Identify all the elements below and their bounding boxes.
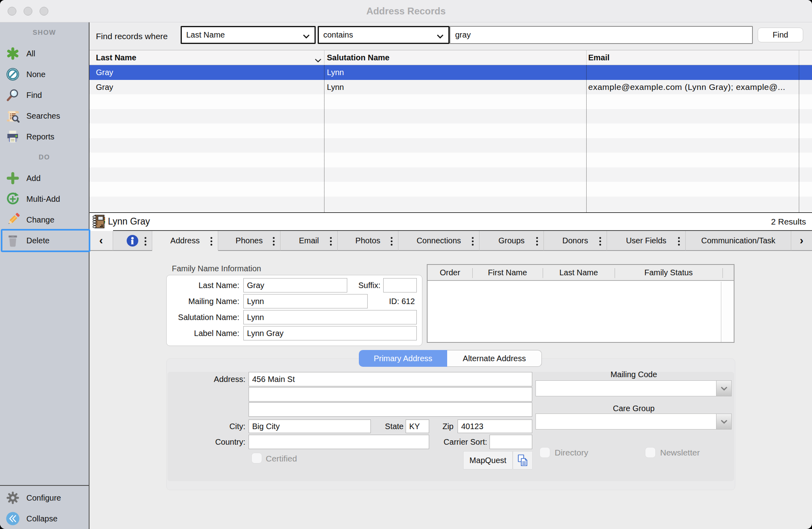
sidebar-footer-divider <box>0 485 89 486</box>
last-name-input[interactable] <box>243 278 347 292</box>
window-title: Address Records <box>0 0 812 22</box>
tab-menu-dots-icon[interactable] <box>472 237 474 246</box>
address-line1-input[interactable] <box>249 372 532 386</box>
tab-menu-dots-icon[interactable] <box>678 237 680 246</box>
directory-checkbox[interactable] <box>539 447 550 458</box>
tab-info[interactable] <box>113 231 152 251</box>
mapquest-button[interactable]: MapQuest <box>463 451 513 469</box>
tab-menu-dots-icon[interactable] <box>144 237 147 246</box>
suffix-input[interactable] <box>383 278 417 292</box>
tab-menu-dots-icon[interactable] <box>536 237 538 246</box>
alternate-address-tab[interactable]: Alternate Address <box>447 350 542 367</box>
members-column-order[interactable]: Order <box>428 265 472 280</box>
column-gridline <box>799 65 799 212</box>
address-line2-input[interactable] <box>249 387 532 402</box>
mailing-name-input[interactable] <box>243 294 368 308</box>
sidebar-item-none[interactable]: None <box>0 64 89 85</box>
certified-checkbox[interactable] <box>251 453 262 463</box>
members-column-last-name[interactable]: Last Name <box>543 265 615 280</box>
tab-menu-dots-icon[interactable] <box>390 237 393 246</box>
country-input[interactable] <box>249 435 429 449</box>
zip-label: Zip <box>422 420 454 433</box>
scroll-search-icon <box>6 109 20 123</box>
column-divider <box>472 268 473 278</box>
care-group-label: Care Group <box>535 404 732 413</box>
search-query-input[interactable] <box>450 26 753 44</box>
tab-menu-dots-icon[interactable] <box>330 237 332 246</box>
sidebar-item-multi-add[interactable]: Multi-Add <box>0 189 89 209</box>
table-row-empty <box>90 94 812 109</box>
tab-scroll-forward-button[interactable]: › <box>791 231 812 251</box>
mailing-code-select[interactable] <box>535 380 732 396</box>
info-icon[interactable] <box>126 235 139 247</box>
tab-email[interactable]: Email <box>281 231 338 251</box>
tab-address[interactable]: Address <box>152 231 218 251</box>
primary-address-tab[interactable]: Primary Address <box>359 350 447 367</box>
salutation-name-input[interactable] <box>243 310 417 324</box>
members-column-first-name[interactable]: First Name <box>472 265 543 280</box>
zip-input[interactable] <box>458 420 532 433</box>
table-row-selected[interactable]: Gray Lynn <box>90 65 812 80</box>
copy-address-button[interactable] <box>513 451 533 469</box>
column-divider[interactable] <box>324 50 324 65</box>
label-name-input[interactable] <box>243 326 417 340</box>
table-row[interactable]: Gray Lynn example@example.com (Lynn Gray… <box>90 80 812 95</box>
carrier-sort-input[interactable] <box>490 435 532 449</box>
copy-address-icon <box>517 454 529 467</box>
record-name: Lynn Gray <box>108 213 150 230</box>
tab-communication-task[interactable]: Communication/Task <box>686 231 791 251</box>
tab-connections[interactable]: Connections <box>398 231 480 251</box>
mailing-name-label: Mailing Name: <box>167 294 239 308</box>
tab-user-fields[interactable]: User Fields <box>607 231 686 251</box>
results-count: 2 Results <box>771 213 806 230</box>
tab-photos[interactable]: Photos <box>338 231 398 251</box>
newsletter-checkbox[interactable] <box>645 447 656 458</box>
none-circle-icon <box>6 68 20 81</box>
tab-scroll-back-button[interactable]: ‹ <box>90 231 113 251</box>
tab-menu-dots-icon[interactable] <box>210 237 213 246</box>
sidebar-item-change[interactable]: Change <box>0 209 89 230</box>
sidebar-item-collapse[interactable]: Collapse <box>0 508 89 529</box>
tab-donors[interactable]: Donors <box>544 231 607 251</box>
results-header: Last Name Salutation Name Email <box>90 50 812 65</box>
table-row-empty <box>90 109 812 124</box>
sort-chevron-icon[interactable] <box>314 56 322 65</box>
city-input[interactable] <box>249 420 371 433</box>
sidebar-section-do: DO <box>0 147 89 168</box>
column-divider <box>543 268 543 278</box>
chevron-down-icon <box>716 414 731 429</box>
members-scrollbar-track[interactable] <box>721 282 734 342</box>
sidebar-item-all[interactable]: All <box>0 43 89 64</box>
table-row-empty <box>90 167 812 182</box>
app-window: Address Records SHOW All None Find Searc… <box>0 0 812 529</box>
table-row-empty <box>90 153 812 167</box>
sidebar-item-reports[interactable]: Reports <box>0 126 89 147</box>
sidebar-item-find[interactable]: Find <box>0 85 89 105</box>
mailing-code-label: Mailing Code <box>535 370 732 379</box>
sidebar-item-configure[interactable]: Configure <box>0 487 89 508</box>
tab-groups[interactable]: Groups <box>480 231 544 251</box>
results-table: Last Name Salutation Name Email Gray Lyn… <box>90 50 812 212</box>
city-label: City: <box>167 420 245 433</box>
address-line3-input[interactable] <box>249 402 532 417</box>
column-header-salutation[interactable]: Salutation Name <box>327 50 390 65</box>
tab-phones[interactable]: Phones <box>218 231 281 251</box>
operator-select[interactable]: contains <box>318 26 450 44</box>
care-group-select[interactable] <box>535 414 732 430</box>
tab-menu-dots-icon[interactable] <box>599 237 601 246</box>
sidebar-item-add[interactable]: Add <box>0 168 89 189</box>
record-id: ID: 612 <box>374 294 415 308</box>
find-button[interactable]: Find <box>758 28 803 42</box>
field-select[interactable]: Last Name <box>181 26 316 44</box>
country-label: Country: <box>167 435 245 449</box>
suffix-label: Suffix: <box>342 278 380 292</box>
column-header-last-name[interactable]: Last Name <box>96 50 136 65</box>
column-divider[interactable] <box>586 50 587 65</box>
sidebar-item-delete[interactable]: Delete <box>0 230 89 251</box>
address-panel: Address: City: State Zip Country: Carrie… <box>166 358 735 490</box>
column-header-email[interactable]: Email <box>588 50 609 65</box>
sidebar-item-searches[interactable]: Searches <box>0 105 89 126</box>
tab-menu-dots-icon[interactable] <box>273 237 275 246</box>
column-divider[interactable] <box>799 50 799 65</box>
members-column-family-status[interactable]: Family Status <box>615 265 722 280</box>
